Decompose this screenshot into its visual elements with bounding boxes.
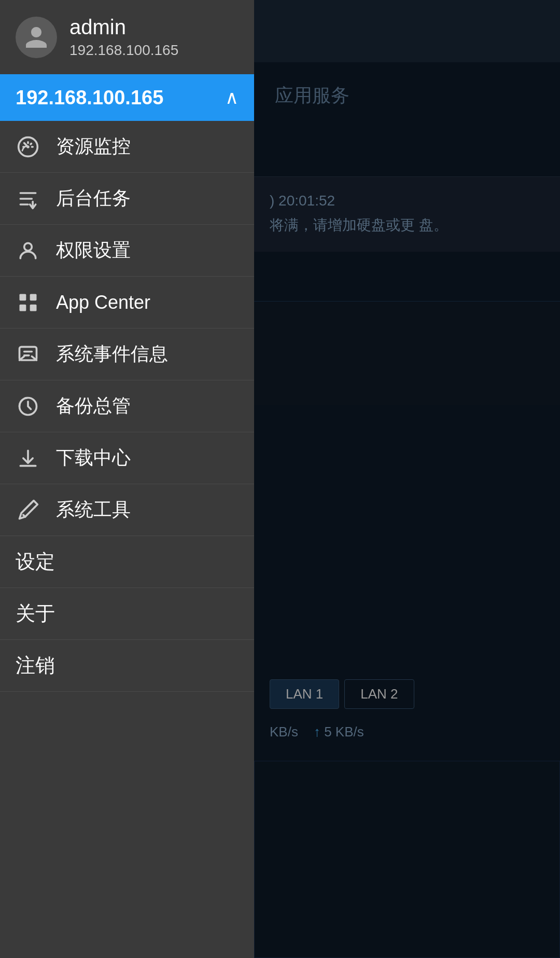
backup-icon (16, 394, 40, 419)
user-ip-label: 192.168.100.165 (69, 42, 178, 59)
sidebar-item-download-center[interactable]: 下载中心 (0, 432, 254, 484)
ip-row-text: 192.168.100.165 (16, 87, 163, 109)
ip-row[interactable]: 192.168.100.165 ∧ (0, 74, 254, 121)
person-icon (16, 238, 40, 263)
sidebar-item-background-tasks[interactable]: 后台任务 (0, 173, 254, 225)
about-label: 关于 (16, 600, 55, 627)
svg-rect-5 (20, 304, 26, 311)
svg-rect-6 (30, 304, 37, 311)
download-icon (16, 446, 40, 471)
grid-icon (16, 290, 40, 315)
sidebar-item-system-tools[interactable]: 系统工具 (0, 484, 254, 536)
sidebar-item-backup[interactable]: 备份总管 (0, 380, 254, 432)
avatar (16, 17, 57, 58)
logout-label: 注销 (16, 652, 55, 679)
user-header: admin 192.168.100.165 (0, 0, 254, 74)
username-label: admin (69, 16, 178, 39)
download-center-label: 下载中心 (56, 445, 131, 471)
app-center-label: App Center (56, 292, 150, 313)
backup-label: 备份总管 (56, 393, 131, 419)
sidebar-item-settings[interactable]: 设定 (0, 536, 254, 588)
sidebar-item-about[interactable]: 关于 (0, 588, 254, 640)
drawer-panel: admin 192.168.100.165 192.168.100.165 ∧ (0, 0, 254, 958)
background-tasks-label: 后台任务 (56, 186, 131, 211)
tasks-icon (16, 186, 40, 211)
svg-point-2 (24, 243, 32, 251)
sidebar-item-logout[interactable]: 注销 (0, 640, 254, 692)
permissions-label: 权限设置 (56, 238, 131, 263)
svg-rect-3 (20, 294, 26, 300)
message-icon (16, 342, 40, 367)
sidebar-item-system-events[interactable]: 系统事件信息 (0, 329, 254, 380)
sidebar-item-app-center[interactable]: App Center (0, 277, 254, 329)
settings-label: 设定 (16, 549, 55, 575)
speedometer-icon (16, 134, 40, 159)
svg-line-12 (23, 515, 25, 517)
chevron-up-icon: ∧ (225, 87, 239, 108)
sidebar-item-permissions[interactable]: 权限设置 (0, 225, 254, 277)
tools-icon (16, 498, 40, 523)
resource-monitor-label: 资源监控 (56, 134, 131, 159)
sidebar-item-resource-monitor[interactable]: 资源监控 (0, 121, 254, 173)
user-info: admin 192.168.100.165 (69, 16, 178, 59)
svg-rect-4 (30, 294, 37, 300)
system-tools-label: 系统工具 (56, 497, 131, 523)
menu-section: 资源监控 后台任务 权限设置 (0, 121, 254, 958)
user-icon (23, 24, 49, 50)
system-events-label: 系统事件信息 (56, 341, 168, 367)
